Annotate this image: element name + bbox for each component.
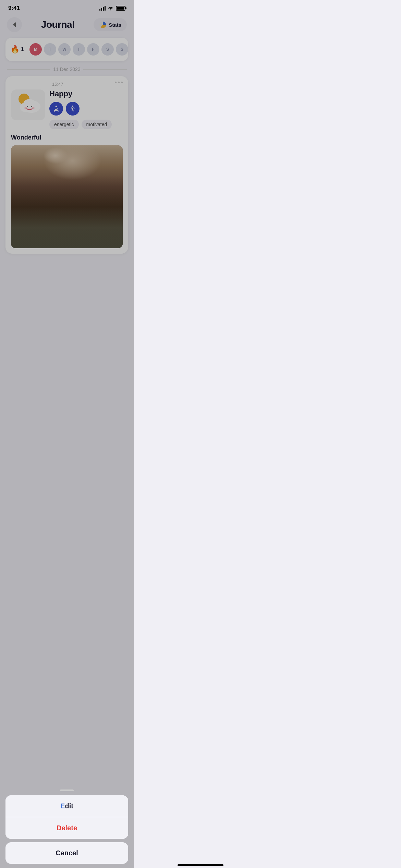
status-time: 9:41 [8, 5, 20, 12]
day-tuesday[interactable]: T [44, 43, 56, 56]
day-wednesday[interactable]: W [58, 43, 71, 56]
tag-energetic: energetic [49, 120, 79, 129]
flame-icon: 🔥 [10, 45, 20, 54]
date-separator: 11 Dec 2023 [0, 67, 134, 72]
card-header: 15:47 [11, 82, 123, 87]
journal-photo [11, 145, 123, 248]
svg-point-11 [72, 106, 73, 107]
day-saturday[interactable]: S [101, 43, 114, 56]
activity-walking [66, 102, 80, 116]
activity-icons [49, 102, 123, 116]
photo-image [11, 145, 123, 248]
day-friday[interactable]: F [87, 43, 99, 56]
stats-label: Stats [109, 22, 121, 28]
battery-icon [116, 6, 125, 11]
mood-emoji [14, 92, 42, 118]
mood-title: Happy [49, 89, 123, 98]
day-dots: M T W T F S S [29, 43, 128, 56]
card-body: Happy [11, 89, 123, 129]
entry-time: 15:47 [11, 82, 63, 87]
page-title: Journal [41, 19, 75, 30]
svg-rect-10 [54, 110, 59, 111]
svg-point-5 [27, 106, 28, 107]
svg-point-8 [32, 107, 35, 109]
back-button[interactable] [7, 17, 22, 32]
signal-icon [99, 6, 106, 11]
tags: energetic motivated [49, 120, 123, 129]
tag-motivated: motivated [82, 120, 112, 129]
day-sunday[interactable]: S [116, 43, 128, 56]
status-icons [99, 6, 125, 11]
more-options-button[interactable] [115, 82, 123, 83]
svg-point-7 [24, 107, 27, 109]
mood-icon-wrapper [11, 89, 45, 120]
status-bar: 9:41 [0, 0, 134, 14]
streak-badge: 🔥 1 [10, 45, 27, 54]
day-monday[interactable]: M [29, 43, 42, 56]
day-thursday[interactable]: T [73, 43, 85, 56]
streak-count: 1 [21, 46, 24, 53]
wifi-icon [108, 6, 114, 11]
card-info: Happy [49, 89, 123, 129]
chevron-left-icon [13, 22, 16, 27]
stats-button[interactable]: Stats [94, 18, 127, 31]
svg-point-9 [56, 106, 57, 107]
activity-treadmill [49, 102, 63, 116]
svg-point-6 [31, 106, 32, 107]
journal-text: Wonderful [11, 134, 123, 141]
journal-card: 15:47 [5, 76, 128, 254]
nav-bar: Journal Stats [0, 14, 134, 38]
week-strip: 🔥 1 M T W T F S S [5, 38, 128, 61]
pie-chart-icon [99, 21, 107, 28]
